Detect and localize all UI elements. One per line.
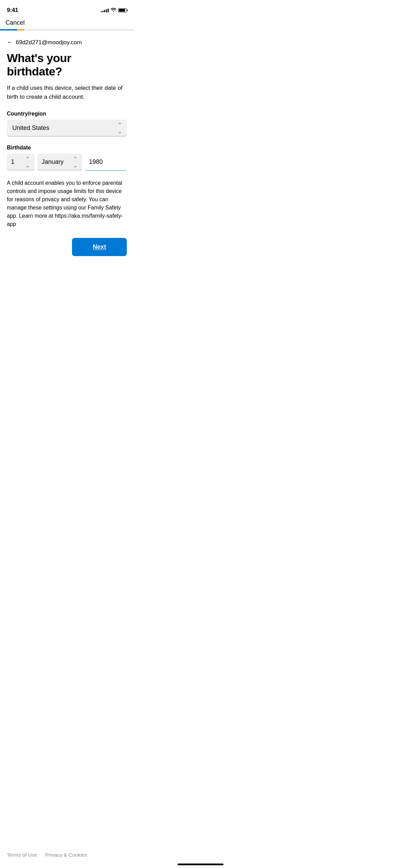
birthdate-row: 1234 5678 9101112 13141516 17181920 2122…: [7, 154, 127, 171]
country-region-select[interactable]: United States Canada United Kingdom Aust…: [7, 120, 127, 136]
info-text: A child account enables you to enforce p…: [7, 179, 127, 228]
nav-bar: Cancel: [0, 17, 134, 29]
next-button[interactable]: Next: [72, 238, 127, 256]
page-title: What's your birthdate?: [7, 51, 127, 78]
subtitle-text: If a child uses this device, select thei…: [7, 84, 127, 101]
country-label: Country/region: [7, 111, 127, 117]
birthdate-year-input[interactable]: [85, 154, 127, 171]
cancel-button[interactable]: Cancel: [5, 19, 25, 26]
signal-icon: [101, 8, 109, 12]
birthdate-month-select[interactable]: JanuaryFebruaryMarch AprilMayJune JulyAu…: [37, 154, 82, 170]
main-content: ← 69d2d271@moodjoy.com What's your birth…: [0, 31, 134, 256]
email-address: 69d2d271@moodjoy.com: [16, 39, 82, 46]
country-region-wrapper: United States Canada United Kingdom Aust…: [7, 120, 127, 136]
back-arrow-icon: ←: [7, 39, 13, 46]
progress-fill: [0, 29, 134, 31]
status-icons: [101, 8, 127, 13]
birthdate-year-wrapper: [85, 154, 127, 171]
progress-blue: [0, 29, 17, 31]
status-time: 9:41: [7, 7, 18, 14]
birthdate-label: Birthdate: [7, 145, 127, 151]
birthdate-day-select[interactable]: 1234 5678 9101112 13141516 17181920 2122…: [7, 154, 35, 170]
birthdate-month-wrapper: JanuaryFebruaryMarch AprilMayJune JulyAu…: [37, 154, 82, 171]
birthdate-day-wrapper: 1234 5678 9101112 13141516 17181920 2122…: [7, 154, 35, 171]
battery-icon: [118, 8, 127, 12]
button-row: Next: [7, 238, 127, 256]
email-row: ← 69d2d271@moodjoy.com: [7, 39, 127, 46]
progress-bar: [0, 29, 134, 31]
progress-yellow: [17, 29, 24, 31]
wifi-icon: [111, 8, 116, 13]
status-bar: 9:41: [0, 0, 134, 17]
